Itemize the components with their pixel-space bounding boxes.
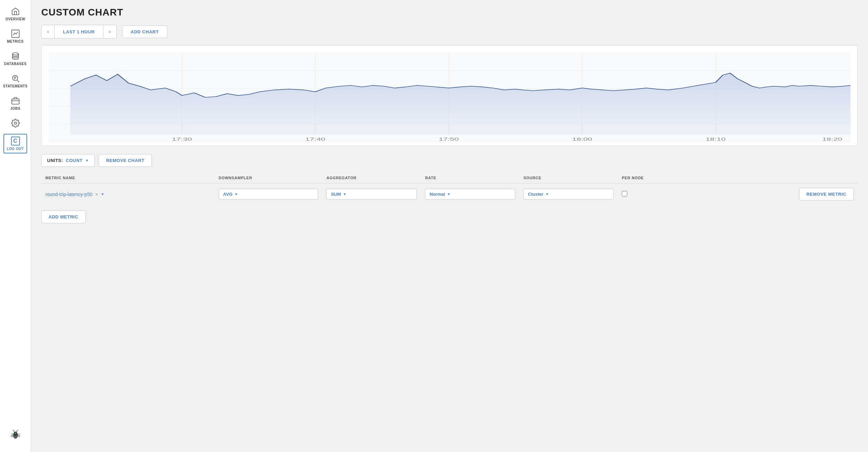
sidebar-item-overview[interactable]: OVERVIEW bbox=[0, 3, 31, 24]
svg-line-17 bbox=[17, 434, 20, 434]
col-metric-name: METRIC NAME bbox=[41, 172, 215, 184]
svg-line-19 bbox=[17, 436, 20, 437]
table-header-row: METRIC NAME DOWNSAMPLER AGGREGATOR RATE … bbox=[41, 172, 858, 184]
sidebar-item-label: METRICS bbox=[7, 40, 24, 43]
svg-line-12 bbox=[13, 430, 15, 432]
rate-cell: Normal ▼ bbox=[421, 184, 519, 205]
chart-controls: UNITS: COUNT ▼ REMOVE CHART bbox=[41, 154, 858, 167]
svg-point-1 bbox=[12, 53, 18, 55]
time-nav: ‹ LAST 1 HOUR › bbox=[41, 25, 117, 39]
aggregator-chevron-icon: ▼ bbox=[343, 192, 346, 196]
sidebar-item-databases[interactable]: DATABASES bbox=[0, 48, 31, 69]
col-per-node: PER NODE bbox=[618, 172, 696, 184]
sidebar-item-statements[interactable]: STATEMENTS bbox=[0, 71, 31, 92]
sidebar-item-jobs[interactable]: JOBS bbox=[0, 93, 31, 114]
page-title: CUSTOM CHART bbox=[41, 7, 858, 18]
briefcase-icon bbox=[11, 96, 20, 105]
downsampler-value: AVG bbox=[223, 192, 232, 197]
sidebar-item-label: JOBS bbox=[10, 107, 20, 110]
time-nav-prev-button[interactable]: ‹ bbox=[42, 25, 55, 38]
logout-label: LOG OUT bbox=[7, 147, 24, 151]
cockroach-logo bbox=[9, 423, 22, 449]
main-content: CUSTOM CHART ‹ LAST 1 HOUR › ADD CHART bbox=[31, 0, 868, 452]
units-value: COUNT bbox=[66, 158, 83, 163]
rate-dropdown[interactable]: Normal ▼ bbox=[425, 189, 515, 200]
svg-text:18:00: 18:00 bbox=[572, 137, 592, 142]
sidebar-item-label: STATEMENTS bbox=[3, 84, 28, 88]
units-dropdown-button[interactable]: UNITS: COUNT ▼ bbox=[41, 154, 95, 167]
rate-value: Normal bbox=[430, 192, 445, 197]
aggregator-cell: SUM ▼ bbox=[322, 184, 421, 205]
gear-icon bbox=[11, 119, 20, 128]
time-nav-next-button[interactable]: › bbox=[103, 25, 116, 38]
logout-icon: C bbox=[11, 137, 20, 146]
downsampler-dropdown[interactable]: AVG ▼ bbox=[219, 189, 318, 200]
col-rate: RATE bbox=[421, 172, 519, 184]
sidebar: OVERVIEW METRICS DATABASES STATEMENTS bbox=[0, 0, 31, 452]
units-chevron-icon: ▼ bbox=[85, 159, 89, 162]
svg-text:18:20: 18:20 bbox=[822, 137, 842, 142]
source-value: Cluster bbox=[528, 192, 543, 197]
svg-line-3 bbox=[17, 80, 19, 82]
svg-line-16 bbox=[11, 436, 13, 437]
units-label: UNITS: bbox=[47, 158, 63, 163]
sidebar-item-logout[interactable]: C LOG OUT bbox=[3, 134, 27, 153]
time-nav-label: LAST 1 HOUR bbox=[55, 25, 103, 38]
remove-metric-button[interactable]: REMOVE METRIC bbox=[799, 188, 854, 201]
sidebar-item-label: DATABASES bbox=[4, 62, 26, 66]
downsampler-cell: AVG ▼ bbox=[215, 184, 323, 205]
metrics-table: METRIC NAME DOWNSAMPLER AGGREGATOR RATE … bbox=[41, 172, 858, 205]
per-node-cell bbox=[618, 184, 696, 205]
chart-svg: 12M 9M 6M 3M 0 17:30 17:40 bbox=[48, 53, 850, 142]
aggregator-value: SUM bbox=[331, 192, 341, 197]
sidebar-item-settings[interactable] bbox=[0, 115, 31, 131]
source-dropdown[interactable]: Cluster ▼ bbox=[523, 189, 614, 200]
chart-icon bbox=[11, 29, 20, 38]
add-metric-button[interactable]: ADD METRIC bbox=[41, 211, 86, 223]
col-source: SOURCE bbox=[519, 172, 618, 184]
home-icon bbox=[11, 7, 20, 16]
metric-clear-icon[interactable]: × bbox=[95, 192, 98, 197]
add-chart-button[interactable]: ADD CHART bbox=[122, 25, 167, 38]
per-node-checkbox[interactable] bbox=[622, 191, 627, 196]
statements-icon bbox=[11, 74, 20, 83]
table-row: round-trip-latency-p50 × ▼ AVG ▼ SUM ▼ bbox=[41, 184, 858, 205]
sidebar-item-metrics[interactable]: METRICS bbox=[0, 26, 31, 47]
remove-metric-cell: REMOVE METRIC bbox=[696, 184, 858, 205]
svg-line-14 bbox=[11, 434, 13, 434]
svg-text:18:10: 18:10 bbox=[706, 137, 726, 142]
svg-point-20 bbox=[14, 432, 17, 434]
svg-line-13 bbox=[16, 430, 18, 432]
downsampler-chevron-icon: ▼ bbox=[235, 192, 238, 196]
chart-area: 12M 9M 6M 3M 0 17:30 17:40 bbox=[48, 53, 850, 142]
source-cell: Cluster ▼ bbox=[519, 184, 618, 205]
metric-dropdown-icon[interactable]: ▼ bbox=[101, 192, 104, 196]
chart-container: 12M 9M 6M 3M 0 17:30 17:40 bbox=[41, 45, 858, 146]
aggregator-dropdown[interactable]: SUM ▼ bbox=[326, 189, 417, 200]
sidebar-item-label: OVERVIEW bbox=[6, 17, 25, 21]
svg-text:17:50: 17:50 bbox=[439, 137, 459, 142]
metric-name-cell: round-trip-latency-p50 × ▼ bbox=[41, 184, 215, 205]
svg-rect-7 bbox=[12, 99, 19, 104]
metric-name-text: round-trip-latency-p50 bbox=[45, 192, 93, 197]
svg-point-9 bbox=[14, 122, 17, 125]
col-aggregator: AGGREGATOR bbox=[322, 172, 421, 184]
top-controls: ‹ LAST 1 HOUR › ADD CHART bbox=[41, 25, 858, 39]
col-actions bbox=[696, 172, 858, 184]
source-chevron-icon: ▼ bbox=[545, 192, 549, 196]
svg-text:17:40: 17:40 bbox=[305, 137, 325, 142]
database-icon bbox=[11, 52, 20, 61]
svg-text:17:30: 17:30 bbox=[172, 137, 192, 142]
remove-chart-button[interactable]: REMOVE CHART bbox=[99, 154, 151, 167]
col-downsampler: DOWNSAMPLER bbox=[215, 172, 323, 184]
rate-chevron-icon: ▼ bbox=[447, 192, 451, 196]
